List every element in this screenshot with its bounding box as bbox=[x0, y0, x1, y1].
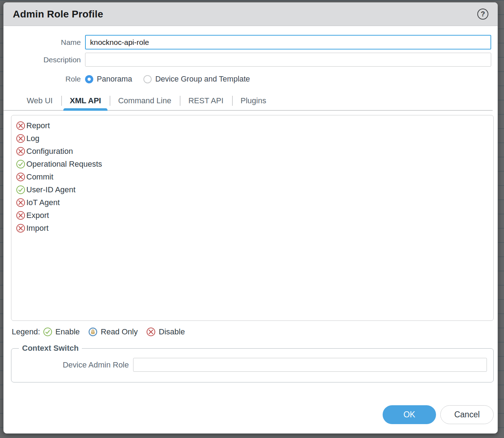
legend-row: Legend: bbox=[12, 325, 193, 339]
legend-item: Disable bbox=[146, 327, 185, 337]
legend-state-icon bbox=[43, 327, 52, 337]
permission-label: Import bbox=[26, 224, 48, 233]
role-label: Role bbox=[4, 75, 85, 83]
readonly-lock-icon bbox=[88, 327, 98, 337]
device-admin-role-label: Device Admin Role bbox=[11, 360, 133, 370]
permission-item[interactable]: Configuration bbox=[16, 145, 493, 158]
description-label: Description bbox=[4, 56, 85, 64]
tab[interactable]: XML API bbox=[61, 92, 110, 110]
dialog-titlebar: Admin Role Profile ? bbox=[4, 2, 498, 26]
disable-x-icon bbox=[16, 121, 25, 130]
role-radio-option[interactable]: Panorama bbox=[85, 75, 132, 84]
disable-x-icon bbox=[16, 147, 25, 156]
xml-api-permission-list: Report bbox=[11, 115, 494, 321]
legend-title: Legend: bbox=[12, 327, 40, 337]
radio-label: Device Group and Template bbox=[155, 75, 250, 84]
description-row: Description bbox=[4, 53, 491, 67]
permission-state-icon bbox=[16, 147, 25, 156]
legend-label: Read Only bbox=[101, 327, 138, 337]
disable-x-icon bbox=[16, 134, 25, 143]
description-input[interactable] bbox=[85, 53, 491, 67]
legend-item: Read Only bbox=[88, 327, 138, 337]
tab-label: XML API bbox=[70, 96, 101, 105]
tab-label: Plugins bbox=[241, 96, 266, 105]
permission-item[interactable]: Export bbox=[16, 209, 493, 222]
legend-state-icon bbox=[88, 327, 98, 337]
radio-icon bbox=[85, 75, 93, 83]
tab[interactable]: REST API bbox=[180, 92, 232, 110]
role-row: Role Panorama Device Group and Template bbox=[4, 72, 491, 86]
permission-label: Commit bbox=[26, 172, 53, 182]
tab-bar: Web UI XML API Command Line REST API Plu… bbox=[4, 92, 493, 111]
permission-item[interactable]: Report bbox=[16, 119, 493, 132]
tab-label: Command Line bbox=[118, 96, 171, 105]
context-switch-title: Context Switch bbox=[19, 344, 82, 353]
cancel-button[interactable]: Cancel bbox=[440, 405, 494, 424]
radio-label: Panorama bbox=[97, 75, 132, 84]
tab[interactable]: Command Line bbox=[110, 92, 180, 110]
permission-item[interactable]: Operational Requests bbox=[16, 158, 493, 171]
tab[interactable]: Web UI bbox=[18, 92, 61, 110]
enable-check-icon bbox=[16, 160, 25, 169]
permission-state-icon bbox=[16, 121, 25, 130]
permission-label: Log bbox=[26, 134, 40, 143]
disable-x-icon bbox=[146, 327, 156, 337]
legend-item: Enable bbox=[43, 327, 80, 337]
name-label: Name bbox=[4, 38, 85, 47]
name-input[interactable] bbox=[85, 35, 491, 49]
permission-item[interactable]: IoT Agent bbox=[16, 196, 493, 209]
ok-button[interactable]: OK bbox=[383, 405, 436, 424]
legend-label: Disable bbox=[159, 327, 185, 337]
enable-check-icon bbox=[16, 185, 25, 194]
permission-state-icon bbox=[16, 211, 25, 220]
context-switch-fieldset: Context Switch Device Admin Role bbox=[11, 344, 494, 382]
legend-items: Enable bbox=[43, 327, 194, 337]
tab-label: REST API bbox=[188, 96, 224, 105]
disable-x-icon bbox=[16, 224, 25, 233]
permission-item[interactable]: User-ID Agent bbox=[16, 183, 493, 196]
permission-label: Operational Requests bbox=[26, 160, 102, 169]
permission-state-icon bbox=[16, 172, 25, 182]
role-radio-option[interactable]: Device Group and Template bbox=[143, 75, 250, 84]
tab[interactable]: Plugins bbox=[232, 92, 275, 110]
permission-state-icon bbox=[16, 224, 25, 233]
permission-item[interactable]: Log bbox=[16, 132, 493, 145]
admin-role-profile-dialog: Admin Role Profile ? Name Description Ro… bbox=[3, 2, 498, 434]
permission-label: User-ID Agent bbox=[26, 185, 75, 194]
disable-x-icon bbox=[16, 211, 25, 220]
tab-label: Web UI bbox=[27, 96, 53, 105]
permission-label: Report bbox=[26, 121, 50, 130]
name-row: Name bbox=[4, 35, 491, 49]
permission-label: IoT Agent bbox=[26, 198, 60, 207]
permission-state-icon bbox=[16, 134, 25, 143]
radio-icon bbox=[143, 75, 152, 83]
enable-check-icon bbox=[43, 327, 52, 337]
permission-item[interactable]: Import bbox=[16, 222, 493, 235]
permission-state-icon bbox=[16, 185, 25, 194]
device-admin-role-input[interactable] bbox=[133, 358, 487, 372]
device-admin-role-row: Device Admin Role bbox=[11, 358, 493, 372]
permission-state-icon bbox=[16, 198, 25, 207]
permission-label: Configuration bbox=[26, 147, 73, 156]
help-icon[interactable]: ? bbox=[477, 9, 488, 20]
permission-state-icon bbox=[16, 160, 25, 169]
role-radio-group: Panorama Device Group and Template bbox=[85, 75, 250, 84]
dialog-title: Admin Role Profile bbox=[13, 9, 103, 20]
permission-item[interactable]: Commit bbox=[16, 171, 493, 183]
legend-label: Enable bbox=[56, 327, 80, 337]
legend-state-icon bbox=[146, 327, 156, 337]
permission-label: Export bbox=[26, 211, 49, 220]
disable-x-icon bbox=[16, 198, 25, 207]
disable-x-icon bbox=[16, 172, 25, 182]
